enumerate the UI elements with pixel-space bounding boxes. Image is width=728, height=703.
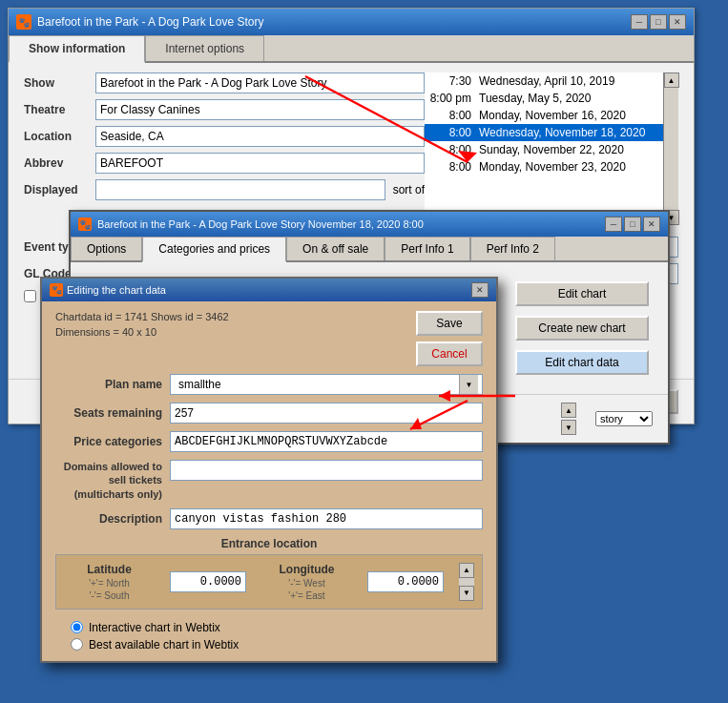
- theatre-row: Theatre: [24, 99, 425, 120]
- dialog-info-2: Dimensions = 40 x 10: [55, 326, 229, 338]
- domains-input[interactable]: [170, 460, 483, 481]
- longitude-input[interactable]: [367, 571, 444, 592]
- radio-best-available-input[interactable]: [71, 638, 83, 651]
- inner-scroll-area: ▲ ▼: [561, 403, 576, 435]
- inner-dropdown[interactable]: story: [595, 411, 653, 426]
- inner-maximize-button[interactable]: □: [624, 217, 641, 232]
- radio-interactive-input[interactable]: [71, 621, 83, 633]
- entrance-inner: Latitude '+'= North '-'= South Longitude…: [64, 563, 474, 601]
- theatre-label: Theatre: [24, 103, 95, 116]
- displayed-input[interactable]: [95, 179, 385, 200]
- description-row: Description: [55, 508, 483, 529]
- left-form: Show Theatre Location Abbrev Displayed s…: [24, 72, 425, 225]
- close-button[interactable]: ✕: [669, 14, 686, 30]
- inner-scroll-down[interactable]: ▼: [561, 420, 576, 435]
- entrance-scroll-up[interactable]: ▲: [459, 563, 474, 578]
- main-title-bar: 🐾 Barefoot in the Park - A Dog Park Love…: [9, 9, 694, 35]
- cancel-button[interactable]: Cancel: [416, 341, 483, 366]
- dialog-close-button[interactable]: ✕: [471, 282, 489, 298]
- tab-perf-info-2[interactable]: Perf Info 2: [470, 237, 555, 260]
- dialog-info-1: Chartdata id = 1741 Shows id = 3462: [55, 311, 229, 322]
- show-input[interactable]: [95, 72, 425, 93]
- description-input[interactable]: [170, 508, 483, 529]
- description-label: Description: [55, 512, 170, 526]
- dialog-app-icon: 🐾: [50, 283, 63, 297]
- tab-show-information[interactable]: Show information: [9, 35, 145, 63]
- dialog-info-block: Chartdata id = 1741 Shows id = 3462 Dime…: [55, 311, 229, 341]
- tab-categories-prices[interactable]: Categories and prices: [142, 237, 286, 262]
- radio-interactive: Interactive chart in Webtix: [71, 621, 483, 634]
- plan-name-select[interactable]: smallthe ▼: [170, 374, 483, 395]
- inner-window-title: Barefoot in the Park - A Dog Park Love S…: [97, 218, 424, 230]
- list-item[interactable]: 7:30 Wednesday, April 10, 2019: [425, 72, 663, 90]
- latitude-input[interactable]: [170, 571, 246, 592]
- checkbox1[interactable]: [24, 290, 36, 302]
- inner-title-controls: ─ □ ✕: [605, 217, 660, 232]
- tab-options[interactable]: Options: [71, 237, 142, 260]
- longitude-group: Longitude '-'= West '+'= East: [261, 563, 352, 601]
- create-new-chart-button[interactable]: Create new chart: [515, 316, 649, 341]
- dialog-form: Plan name smallthe ▼ Seats remaining Pri…: [55, 374, 483, 529]
- plan-name-label: Plan name: [55, 378, 170, 391]
- entrance-scroll-down[interactable]: ▼: [459, 586, 474, 601]
- radio-section: Interactive chart in Webtix Best availab…: [55, 621, 483, 651]
- tab-on-off-sale[interactable]: On & off sale: [286, 237, 385, 260]
- latitude-label: Latitude: [87, 563, 132, 576]
- radio-best-available-label: Best available chart in Webtix: [89, 638, 239, 651]
- edit-chart-data-button[interactable]: Edit chart data: [515, 350, 649, 375]
- app-icon: 🐾: [16, 14, 31, 30]
- domains-row: Domains allowed to sell tickets (multich…: [55, 460, 483, 501]
- seats-remaining-input[interactable]: [170, 403, 483, 424]
- abbrev-input[interactable]: [95, 153, 425, 174]
- price-categories-row: Price categories: [55, 431, 483, 452]
- longitude-plus-label: '+'= East: [288, 590, 324, 601]
- minimize-button[interactable]: ─: [631, 14, 648, 30]
- tab-internet-options[interactable]: Internet options: [145, 35, 264, 61]
- location-row: Location: [24, 126, 425, 147]
- plan-name-row: Plan name smallthe ▼: [55, 374, 483, 395]
- edit-chart-button[interactable]: Edit chart: [515, 281, 649, 306]
- entrance-section: Entrance location Latitude '+'= North '-…: [55, 537, 483, 610]
- inner-dropdown-area: story: [595, 411, 653, 426]
- inner-close-button[interactable]: ✕: [643, 217, 660, 232]
- displayed-label: Displayed: [24, 183, 95, 196]
- entrance-location-title: Entrance location: [55, 537, 483, 550]
- price-categories-input[interactable]: [170, 431, 483, 452]
- inner-scroll-up[interactable]: ▲: [561, 403, 576, 418]
- dialog-header-row: Chartdata id = 1741 Shows id = 3462 Dime…: [55, 311, 483, 366]
- plan-name-dropdown-arrow[interactable]: ▼: [459, 375, 478, 394]
- dialog-side-buttons: Save Cancel: [416, 311, 483, 366]
- main-tab-bar: Show information Internet options: [9, 35, 694, 63]
- longitude-minus-label: '-'= West: [288, 578, 324, 589]
- main-content-area: Show Theatre Location Abbrev Displayed s…: [9, 63, 694, 235]
- abbrev-label: Abbrev: [24, 156, 95, 170]
- entrance-scrollbar: ▲ ▼: [459, 563, 474, 601]
- date-list: 7:30 Wednesday, April 10, 2019 8:00 pm T…: [425, 72, 663, 225]
- save-button[interactable]: Save: [416, 311, 483, 336]
- date-list-scrollbar: ▲ ▼: [663, 72, 678, 225]
- list-item[interactable]: 8:00 Monday, November 23, 2020: [425, 158, 663, 176]
- theatre-input[interactable]: [95, 99, 425, 120]
- seats-remaining-row: Seats remaining: [55, 403, 483, 424]
- list-item[interactable]: 8:00 pm Tuesday, May 5, 2020: [425, 90, 663, 107]
- price-categories-label: Price categories: [55, 435, 170, 448]
- inner-app-icon: 🐾: [78, 217, 92, 231]
- tab-perf-info-1[interactable]: Perf Info 1: [385, 237, 469, 260]
- entrance-box: Latitude '+'= North '-'= South Longitude…: [55, 554, 483, 610]
- inner-minimize-button[interactable]: ─: [605, 217, 622, 232]
- domains-label: Domains allowed to sell tickets (multich…: [55, 460, 170, 501]
- plan-name-value: smallthe: [175, 378, 459, 391]
- list-item[interactable]: 8:00 Sunday, November 22, 2020: [425, 141, 663, 158]
- title-bar-left: 🐾 Barefoot in the Park - A Dog Park Love…: [16, 14, 263, 30]
- list-item-selected[interactable]: 8:00 Wednesday, November 18, 2020: [425, 124, 663, 141]
- scroll-up-button[interactable]: ▲: [664, 72, 679, 88]
- list-item[interactable]: 8:00 Monday, November 16, 2020: [425, 107, 663, 124]
- dialog-title-left: 🐾 Editing the chart data: [50, 283, 166, 297]
- title-bar-controls: ─ □ ✕: [631, 14, 686, 30]
- dialog-title-bar: 🐾 Editing the chart data ✕: [42, 279, 496, 301]
- location-input[interactable]: [95, 126, 425, 147]
- inner-tab-bar: Options Categories and prices On & off s…: [71, 237, 668, 262]
- abbrev-row: Abbrev: [24, 153, 425, 174]
- location-label: Location: [24, 130, 95, 143]
- maximize-button[interactable]: □: [650, 14, 667, 30]
